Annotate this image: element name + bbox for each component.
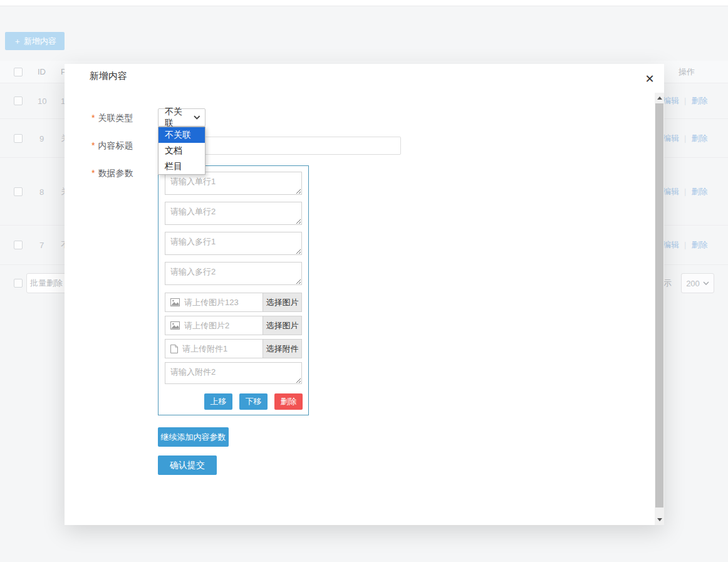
choose-file-button[interactable]: 选择附件 (263, 340, 301, 358)
upload-image2-row: 请上传图片2 选择图片 (165, 316, 302, 335)
row-id: 8 (39, 187, 44, 196)
top-bar (0, 0, 728, 6)
link-type-select[interactable]: 不关联 (158, 108, 205, 127)
column-header-id: ID (38, 61, 46, 83)
row-actions: 编辑|删除 (663, 133, 707, 144)
image-icon (170, 298, 180, 306)
upload-image1-row: 请上传图片123 选择图片 (165, 293, 302, 312)
row-actions: 编辑|删除 (663, 95, 707, 107)
link-divider: | (684, 133, 686, 143)
dropdown-option[interactable]: 栏目 (159, 159, 205, 174)
batch-select-checkbox[interactable] (14, 279, 23, 288)
choose-image-button[interactable]: 选择图片 (263, 293, 301, 311)
required-mark: * (91, 168, 95, 178)
row-id: 7 (39, 241, 44, 250)
scroll-down-icon[interactable] (655, 514, 664, 525)
chevron-down-icon (703, 281, 709, 285)
batch-checkbox-wrap (14, 279, 23, 288)
column-header-actions: 操作 (679, 61, 695, 83)
move-down-button[interactable]: 下移 (239, 393, 268, 410)
edit-link[interactable]: 编辑 (663, 240, 679, 249)
link-divider: | (684, 240, 686, 249)
delete-link[interactable]: 删除 (691, 96, 707, 105)
edit-link[interactable]: 编辑 (663, 96, 679, 105)
dropdown-option[interactable]: 文档 (159, 143, 205, 159)
modal-title: 新增内容 (90, 70, 127, 82)
choose-image-button[interactable]: 选择图片 (263, 316, 301, 335)
row-checkbox[interactable] (14, 241, 23, 249)
singleline1-textarea[interactable] (165, 172, 302, 195)
add-content-button[interactable]: ＋ 新增内容 (5, 32, 65, 50)
data-params-box: 请上传图片123 选择图片 请上传图片2 选择图片 请上传附件1 选择附件 上移… (158, 165, 309, 415)
upload-placeholder: 请上传附件1 (165, 343, 263, 355)
chevron-down-icon (194, 115, 200, 120)
delete-param-button[interactable]: 删除 (274, 393, 303, 410)
move-up-button[interactable]: 上移 (204, 393, 232, 410)
page-size-value: 200 (686, 279, 700, 288)
scroll-up-icon[interactable] (655, 93, 664, 103)
row-checkbox[interactable] (14, 96, 23, 105)
singleline2-textarea[interactable] (165, 202, 302, 225)
select-all-checkbox[interactable] (14, 68, 23, 76)
content-title-label: *内容标题 (91, 140, 133, 152)
multiline1-textarea[interactable] (165, 232, 302, 255)
delete-link[interactable]: 删除 (691, 133, 707, 143)
row-id: 9 (39, 133, 44, 143)
row-actions: 编辑|删除 (663, 186, 707, 197)
upload-placeholder: 请上传图片2 (165, 320, 263, 331)
scrollbar-thumb[interactable] (655, 103, 663, 507)
link-type-label: *关联类型 (91, 113, 133, 124)
add-content-modal: 新增内容 ✕ *关联类型 不关联 不关联 文档 栏目 *内容标题 *数据参数 请… (65, 64, 664, 525)
attachment2-textarea[interactable] (165, 362, 302, 384)
link-divider: | (684, 187, 686, 196)
delete-link[interactable]: 删除 (691, 187, 707, 196)
add-more-params-button[interactable]: 继续添加内容参数 (158, 427, 229, 447)
multiline2-textarea[interactable] (165, 262, 302, 285)
data-params-label: *数据参数 (91, 168, 133, 179)
row-id: 10 (38, 96, 46, 106)
required-mark: * (91, 113, 95, 123)
dropdown-option[interactable]: 不关联 (159, 127, 205, 143)
link-type-dropdown: 不关联 文档 栏目 (158, 127, 205, 175)
link-divider: | (684, 96, 686, 105)
edit-link[interactable]: 编辑 (663, 133, 679, 143)
perpage-label-fragment: 示 (663, 278, 672, 289)
delete-link[interactable]: 删除 (691, 240, 707, 249)
image-icon (170, 321, 180, 330)
link-type-value: 不关联 (165, 107, 190, 129)
upload-file-row: 请上传附件1 选择附件 (165, 339, 302, 358)
required-mark: * (91, 140, 95, 150)
row-checkbox[interactable] (14, 134, 23, 143)
file-icon (170, 345, 178, 353)
close-icon[interactable]: ✕ (641, 70, 658, 88)
modal-scrollbar[interactable] (655, 93, 664, 525)
row-actions: 编辑|删除 (663, 239, 707, 251)
page-size-select[interactable]: 200 (681, 273, 714, 293)
submit-button[interactable]: 确认提交 (158, 455, 217, 475)
row-checkbox[interactable] (14, 187, 23, 196)
edit-link[interactable]: 编辑 (663, 187, 679, 196)
upload-placeholder: 请上传图片123 (165, 297, 263, 308)
batch-delete-button[interactable]: 批量删除 (26, 273, 66, 293)
